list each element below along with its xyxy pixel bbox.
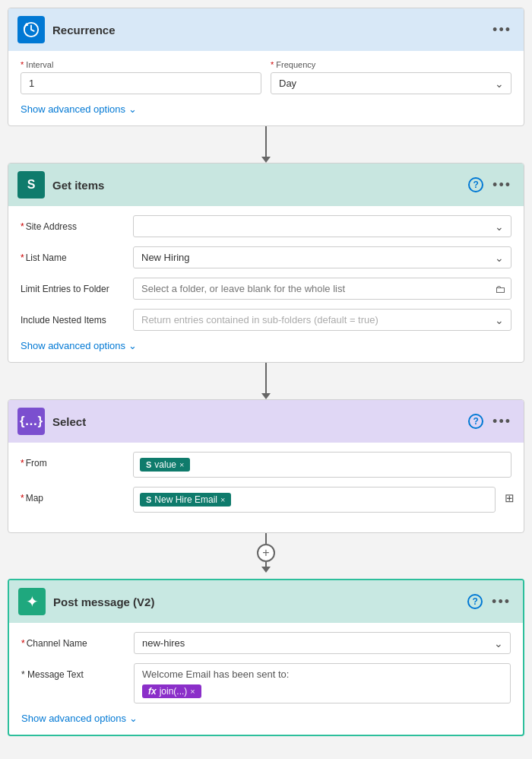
get-items-more-button[interactable]: ••• (489, 176, 515, 195)
select-actions: ? ••• (468, 412, 515, 431)
post-message-help-icon[interactable]: ? (467, 594, 483, 609)
message-text-row: * Message Text Welcome Email has been se… (21, 663, 511, 703)
channel-name-row: *Channel Name new-hires ⌄ (21, 632, 511, 654)
get-items-body: *Site Address ⌄ *List Name (8, 206, 524, 362)
flow-container: Recurrence ••• * Interval * Frequency (8, 8, 524, 736)
map-chip-close[interactable]: × (220, 495, 225, 504)
map-chip-area[interactable]: S New Hire Email × (133, 487, 496, 513)
map-chip: S New Hire Email × (140, 493, 231, 507)
message-chip-close[interactable]: × (190, 687, 195, 696)
recurrence-title: Recurrence (52, 24, 482, 37)
interval-label: * Interval (21, 60, 261, 69)
select-title: Select (52, 415, 461, 428)
map-label: *Map (21, 487, 127, 503)
post-message-icon: ✦ (18, 588, 46, 615)
post-message-actions: ? ••• (467, 592, 514, 611)
nested-items-select-wrapper: Return entries contained in sub-folders … (133, 309, 511, 331)
select-help-icon[interactable]: ? (468, 414, 483, 429)
post-message-show-advanced-button[interactable]: Show advanced options ⌄ (21, 713, 138, 724)
chevron-down-icon: ⌄ (128, 103, 137, 115)
post-message-title: Post message (V2) (53, 595, 460, 608)
from-label: *From (21, 452, 127, 468)
message-chip: fx join(...) × (142, 684, 201, 698)
from-chip: S value × (140, 458, 190, 472)
select-more-button[interactable]: ••• (489, 412, 515, 431)
channel-name-control: new-hires ⌄ (134, 632, 511, 654)
nested-items-select[interactable]: Return entries contained in sub-folders … (133, 309, 511, 331)
connector-2 (261, 363, 271, 399)
frequency-field: * Frequency Day ⌄ (271, 60, 511, 94)
select-card: {…} Select ? ••• *From S value × (8, 399, 524, 533)
interval-field: * Interval (21, 60, 261, 94)
recurrence-header: Recurrence ••• (8, 8, 524, 51)
site-address-select-wrapper: ⌄ (133, 215, 511, 237)
from-chip-area[interactable]: S value × (133, 452, 511, 478)
site-address-control: ⌄ (133, 215, 511, 237)
get-items-show-advanced-button[interactable]: Show advanced options ⌄ (21, 340, 137, 351)
nested-items-control: Return entries contained in sub-folders … (133, 309, 511, 331)
select-icon: {…} (17, 408, 45, 435)
nested-items-row: Include Nested Items Return entries cont… (21, 309, 511, 331)
limit-folder-row: Limit Entries to Folder 🗀 (21, 278, 511, 300)
channel-select-wrapper: new-hires ⌄ (134, 632, 511, 654)
map-chip-label: New Hire Email (154, 494, 217, 505)
from-row: *From S value × (21, 452, 511, 478)
recurrence-actions: ••• (489, 21, 515, 40)
post-message-header: ✦ Post message (V2) ? ••• (9, 580, 523, 623)
post-message-card: ✦ Post message (V2) ? ••• *Channel Name … (8, 579, 524, 736)
get-items-help-icon[interactable]: ? (468, 177, 483, 192)
nested-items-label: Include Nested Items (21, 309, 127, 326)
get-items-card: S Get items ? ••• *Site Address ⌄ (8, 163, 524, 363)
from-chip-icon: S (146, 460, 151, 469)
from-control: S value × (133, 452, 511, 478)
chevron-down-icon-2: ⌄ (128, 340, 137, 351)
map-control: S New Hire Email × (133, 487, 496, 513)
connector-1 (261, 126, 271, 163)
post-message-more-button[interactable]: ••• (489, 592, 514, 611)
connector-line-2 (265, 363, 267, 393)
get-items-header: S Get items ? ••• (8, 164, 524, 206)
get-items-icon: S (17, 171, 45, 198)
recurrence-show-advanced-button[interactable]: Show advanced options ⌄ (21, 103, 137, 115)
frequency-label: * Frequency (271, 60, 511, 69)
select-body: *From S value × *Map (8, 443, 524, 532)
chevron-down-icon-3: ⌄ (129, 713, 138, 724)
map-row: *Map S New Hire Email × ⊞ (21, 487, 511, 513)
site-address-select[interactable] (133, 215, 511, 237)
channel-select[interactable]: new-hires (134, 632, 511, 654)
map-table-icon[interactable]: ⊞ (505, 491, 515, 505)
recurrence-fields-row: * Interval * Frequency Day ⌄ (21, 60, 511, 94)
message-static-text: Welcome Email has been sent to: (142, 668, 502, 680)
arrow-down-3 (261, 567, 271, 573)
get-items-actions: ? ••• (468, 176, 515, 195)
connector-3: + (257, 533, 275, 579)
list-name-label: *List Name (21, 246, 127, 263)
site-address-label: *Site Address (21, 215, 127, 232)
arrow-down-1 (261, 157, 271, 163)
frequency-select[interactable]: Day (271, 72, 511, 94)
select-header: {…} Select ? ••• (8, 400, 524, 443)
interval-input[interactable] (21, 72, 261, 94)
conn3-line-top (265, 533, 267, 544)
map-chip-icon: S (146, 495, 151, 504)
limit-folder-input[interactable] (133, 278, 511, 300)
limit-folder-control: 🗀 (133, 278, 511, 300)
arrow-down-2 (261, 393, 271, 399)
from-chip-label: value (154, 459, 176, 470)
limit-folder-label: Limit Entries to Folder (21, 278, 127, 294)
channel-name-label: *Channel Name (21, 632, 128, 649)
list-name-row: *List Name New Hiring ⌄ (21, 246, 511, 268)
frequency-select-wrapper: Day ⌄ (271, 72, 511, 94)
fx-label: fx (148, 686, 157, 697)
list-name-control: New Hiring ⌄ (133, 246, 511, 268)
list-name-select-wrapper: New Hiring ⌄ (133, 246, 511, 268)
from-chip-close[interactable]: × (179, 460, 184, 469)
site-address-row: *Site Address ⌄ (21, 215, 511, 237)
recurrence-more-button[interactable]: ••• (489, 21, 515, 40)
message-text-control: Welcome Email has been sent to: fx join(… (134, 663, 511, 703)
list-name-select[interactable]: New Hiring (133, 246, 511, 268)
message-text-block[interactable]: Welcome Email has been sent to: fx join(… (134, 663, 511, 703)
add-step-button[interactable]: + (257, 544, 275, 562)
message-chip-label: join(...) (160, 686, 188, 697)
folder-icon[interactable]: 🗀 (495, 283, 505, 295)
